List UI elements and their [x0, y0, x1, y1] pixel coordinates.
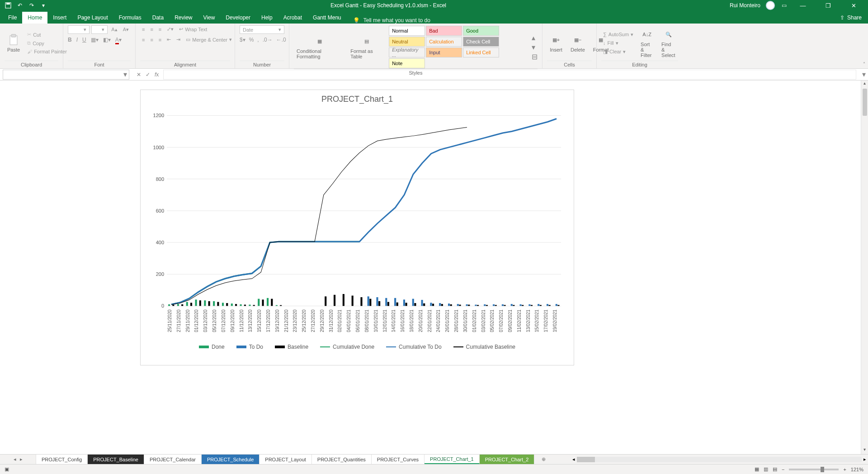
sheet-tab-baseline[interactable]: PROJECT_Baseline: [88, 455, 144, 464]
sheet-tab-quantities[interactable]: PROJECT_Quantities: [312, 455, 372, 464]
underline-button[interactable]: U: [82, 37, 86, 43]
format-painter-button[interactable]: 🖌Format Painter: [25, 48, 69, 55]
maximize-button[interactable]: ❐: [818, 2, 838, 9]
style-neutral[interactable]: Neutral: [389, 37, 425, 47]
clear-button[interactable]: ◨Clear▾: [601, 48, 635, 56]
zoom-in-button[interactable]: +: [843, 467, 846, 472]
redo-icon[interactable]: ↷: [28, 2, 35, 9]
cancel-formula-icon[interactable]: ✕: [137, 71, 141, 78]
sheet-tab-chart2[interactable]: PROJECT_Chart_2: [480, 455, 535, 464]
delete-cells-button[interactable]: ▦−Delete: [568, 33, 588, 53]
user-avatar-icon[interactable]: [766, 1, 775, 10]
percent-format-icon[interactable]: %: [249, 37, 254, 43]
font-size-select[interactable]: ▾: [91, 25, 108, 34]
view-page-break-icon[interactable]: ▤: [773, 466, 777, 472]
insert-cells-button[interactable]: ▦+Insert: [547, 33, 565, 53]
share-button[interactable]: ⇪ Share: [834, 12, 868, 24]
align-right-icon[interactable]: ≡: [157, 36, 163, 43]
italic-button[interactable]: I: [76, 37, 78, 43]
close-button[interactable]: ✕: [844, 2, 863, 9]
fx-icon[interactable]: fx: [155, 71, 159, 78]
tab-insert[interactable]: Insert: [47, 12, 72, 24]
increase-indent-icon[interactable]: ⇥: [175, 36, 182, 43]
orientation-icon[interactable]: ⤢▾: [165, 25, 175, 33]
tab-developer[interactable]: Developer: [220, 12, 256, 24]
align-center-icon[interactable]: ≡: [148, 36, 155, 43]
chart-object[interactable]: PROJECT_Chart_1 020040060080010001200 25…: [140, 90, 574, 365]
accounting-format-icon[interactable]: $▾: [240, 37, 245, 43]
styles-more-icon[interactable]: ⊟: [532, 52, 538, 61]
save-icon[interactable]: [5, 2, 12, 9]
style-normal[interactable]: Normal: [389, 26, 425, 36]
tab-acrobat[interactable]: Acrobat: [278, 12, 307, 24]
styles-scroll-up-icon[interactable]: ▴: [532, 33, 538, 42]
tab-view[interactable]: View: [198, 12, 221, 24]
tell-me-search[interactable]: 💡 Tell me what you want to do: [347, 17, 437, 24]
align-bottom-icon[interactable]: ≡: [157, 25, 163, 33]
wrap-text-button[interactable]: ↩Wrap Text: [177, 25, 209, 33]
cut-button[interactable]: ✂Cut: [25, 31, 69, 38]
qat-customize-icon[interactable]: ▾: [40, 2, 47, 9]
decrease-indent-icon[interactable]: ⇤: [165, 36, 173, 43]
collapse-ribbon-icon[interactable]: ˄: [863, 62, 865, 66]
name-box[interactable]: ▾: [3, 70, 129, 80]
font-name-select[interactable]: ▾: [68, 25, 90, 34]
undo-icon[interactable]: ↶: [16, 2, 24, 9]
style-linked-cell[interactable]: Linked Cell: [463, 47, 499, 57]
sheet-tab-layout[interactable]: PROJECT_Layout: [259, 455, 311, 464]
ribbon-display-icon[interactable]: ▭: [780, 2, 788, 9]
view-page-layout-icon[interactable]: ▥: [764, 466, 768, 472]
sheet-tab-calendar[interactable]: PROJECT_Calendar: [144, 455, 202, 464]
tab-home[interactable]: Home: [22, 12, 47, 24]
zoom-out-button[interactable]: −: [782, 467, 784, 472]
format-as-table-button[interactable]: ▤ Format as Table: [348, 34, 386, 60]
scroll-up-icon[interactable]: ▴: [861, 81, 868, 88]
view-normal-icon[interactable]: ▦: [755, 466, 759, 472]
decrease-decimal-icon[interactable]: ←.0: [276, 37, 286, 43]
align-left-icon[interactable]: ≡: [140, 36, 146, 43]
fill-color-button[interactable]: ◧▾: [103, 37, 111, 43]
expand-formula-bar-icon[interactable]: ▾: [860, 70, 868, 79]
zoom-level[interactable]: 121%: [851, 467, 863, 472]
hscroll-thumb[interactable]: [577, 457, 595, 462]
tab-gantt-menu[interactable]: Gantt Menu: [307, 12, 347, 24]
number-format-select[interactable]: Date▾: [240, 25, 284, 34]
conditional-formatting-button[interactable]: ▦ Conditional Formatting: [294, 34, 345, 60]
sheet-tab-curves[interactable]: PROJECT_Curves: [372, 455, 425, 464]
zoom-slider[interactable]: [789, 469, 839, 470]
sheet-tab-chart1[interactable]: PROJECT_Chart_1: [425, 455, 480, 464]
tab-data[interactable]: Data: [147, 12, 169, 24]
styles-scroll-down-icon[interactable]: ▾: [532, 43, 538, 52]
style-calculation[interactable]: Calculation: [426, 37, 462, 47]
scroll-right-icon[interactable]: ▸: [863, 456, 866, 462]
style-good[interactable]: Good: [463, 26, 499, 36]
tab-review[interactable]: Review: [169, 12, 198, 24]
decrease-font-icon[interactable]: A▾: [121, 25, 131, 34]
tab-file[interactable]: File: [3, 12, 22, 24]
scroll-left-icon[interactable]: ◂: [572, 456, 575, 462]
style-explanatory[interactable]: Explanatory ...: [389, 47, 425, 57]
comma-format-icon[interactable]: ,: [257, 37, 259, 43]
sort-filter-button[interactable]: A↓ZSort & Filter: [638, 27, 656, 59]
bold-button[interactable]: B: [68, 37, 72, 43]
align-middle-icon[interactable]: ≡: [148, 25, 155, 33]
increase-decimal-icon[interactable]: .0→: [263, 37, 273, 43]
tab-page-layout[interactable]: Page Layout: [72, 12, 113, 24]
sheet-tab-config[interactable]: PROJECT_Config: [36, 455, 88, 464]
scroll-thumb[interactable]: [863, 89, 867, 116]
minimize-button[interactable]: —: [793, 2, 813, 9]
copy-button[interactable]: ⧉Copy: [25, 39, 69, 47]
horizontal-scrollbar[interactable]: ◂ ▸: [571, 455, 868, 464]
tab-nav-next-icon[interactable]: ▸: [20, 456, 23, 462]
tab-help[interactable]: Help: [256, 12, 278, 24]
border-button[interactable]: ▦▾: [91, 37, 99, 43]
new-sheet-button[interactable]: ⊕: [534, 455, 552, 464]
find-select-button[interactable]: 🔍Find & Select: [659, 27, 678, 59]
scroll-down-icon[interactable]: ▾: [861, 447, 868, 454]
style-check-cell[interactable]: Check Cell: [463, 37, 499, 47]
enter-formula-icon[interactable]: ✓: [146, 71, 150, 78]
style-note[interactable]: Note: [389, 58, 425, 68]
vertical-scrollbar[interactable]: ▴ ▾: [861, 81, 868, 454]
autosum-button[interactable]: ∑AutoSum▾: [601, 31, 635, 38]
increase-font-icon[interactable]: A▴: [109, 25, 119, 34]
